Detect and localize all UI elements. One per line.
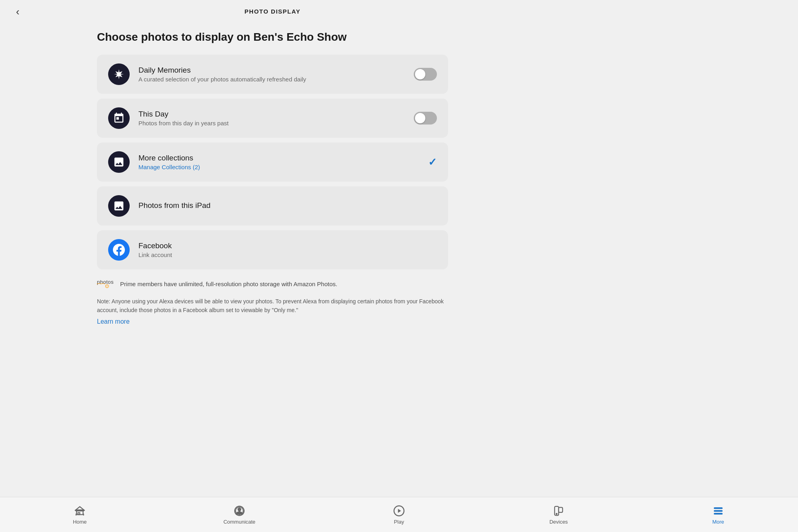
this-day-icon [108, 107, 130, 129]
this-day-subtitle: Photos from this day in years past [138, 120, 407, 127]
more-collections-text: More collections Manage Collections (2) [138, 154, 422, 170]
promo-text: Prime members have unlimited, full-resol… [120, 281, 337, 287]
back-button[interactable]: ‹ [16, 6, 20, 17]
photos-ipad-card[interactable]: Photos from this iPad [97, 186, 448, 225]
more-collections-card[interactable]: More collections Manage Collections (2) … [97, 142, 448, 182]
this-day-toggle[interactable] [414, 112, 437, 125]
amazon-photos-logo: photos ⁀⁀⏣ [97, 279, 114, 289]
header: ‹ PHOTO DISPLAY [0, 0, 545, 23]
facebook-title: Facebook [138, 241, 437, 250]
photos-ipad-title: Photos from this iPad [138, 201, 437, 210]
facebook-icon [108, 239, 130, 261]
checkmark-icon: ✓ [428, 156, 437, 168]
photos-smile-icon: ⁀⁀⏣ [97, 283, 109, 289]
daily-memories-toggle[interactable] [414, 68, 437, 81]
promo-section: photos ⁀⁀⏣ Prime members have unlimited,… [97, 279, 448, 289]
daily-memories-subtitle: A curated selection of your photos autom… [138, 76, 407, 83]
more-collections-icon [108, 151, 130, 173]
daily-memories-text: Daily Memories A curated selection of yo… [138, 66, 407, 83]
photos-ipad-icon [108, 195, 130, 217]
photos-ipad-text: Photos from this iPad [138, 201, 437, 211]
facebook-text: Facebook Link account [138, 241, 437, 258]
this-day-card[interactable]: This Day Photos from this day in years p… [97, 99, 448, 138]
facebook-subtitle: Link account [138, 251, 437, 258]
this-day-title: This Day [138, 110, 407, 119]
more-collections-manage-link[interactable]: Manage Collections (2) [138, 164, 422, 170]
daily-memories-title: Daily Memories [138, 66, 407, 75]
daily-memories-icon [108, 63, 130, 85]
facebook-card[interactable]: Facebook Link account [97, 230, 448, 269]
daily-memories-card[interactable]: Daily Memories A curated selection of yo… [97, 55, 448, 94]
this-day-text: This Day Photos from this day in years p… [138, 110, 407, 127]
header-title: PHOTO DISPLAY [245, 8, 300, 15]
note-text: Note: Anyone using your Alexa devices wi… [97, 297, 448, 315]
more-collections-title: More collections [138, 154, 422, 162]
page-heading: Choose photos to display on Ben's Echo S… [97, 31, 448, 44]
main-content: Choose photos to display on Ben's Echo S… [73, 23, 472, 341]
more-collections-check: ✓ [428, 156, 437, 168]
learn-more-link[interactable]: Learn more [97, 318, 130, 325]
